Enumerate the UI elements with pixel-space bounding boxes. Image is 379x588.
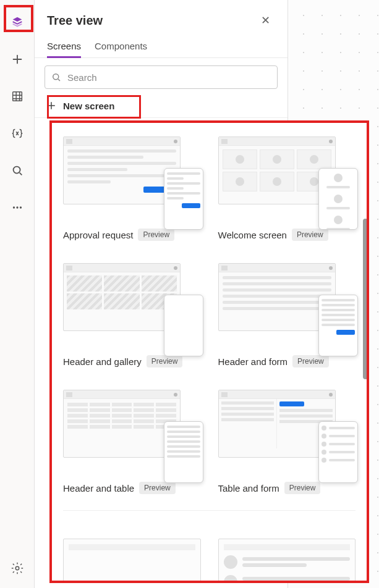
panel-title: Tree view — [47, 14, 103, 28]
template-thumbnail-mobile — [164, 168, 203, 230]
more-icon[interactable] — [6, 196, 28, 219]
new-screen-label: New screen — [63, 101, 114, 111]
template-label: Header and gallery — [63, 356, 142, 367]
template-card-header-table[interactable]: Header and table Preview — [63, 390, 201, 494]
template-card-approval-request[interactable]: Approval request Preview — [63, 136, 201, 241]
svg-point-3 — [16, 206, 18, 208]
preview-badge: Preview — [292, 229, 328, 241]
panel-tabs: Screens Components — [35, 36, 287, 58]
screen-template-gallery: Approval request Preview — [49, 120, 369, 583]
tree-view-icon[interactable] — [6, 11, 28, 33]
template-card-welcome-screen[interactable]: Welcome screen Preview — [218, 136, 356, 241]
preview-badge: Preview — [284, 482, 321, 494]
divider — [63, 510, 356, 511]
svg-point-4 — [19, 206, 21, 208]
preview-badge: Preview — [147, 355, 183, 368]
variables-icon[interactable] — [6, 122, 28, 145]
close-icon[interactable]: ✕ — [256, 11, 275, 30]
search-icon[interactable] — [6, 159, 28, 182]
preview-badge: Preview — [292, 355, 329, 368]
template-thumbnail-mobile — [318, 295, 358, 356]
template-thumbnail — [63, 390, 181, 458]
template-thumbnail-mobile — [164, 295, 203, 356]
template-thumbnail — [218, 136, 336, 204]
template-thumbnail — [63, 136, 181, 204]
template-label: Table and form — [218, 483, 279, 494]
template-thumbnail — [218, 263, 336, 331]
template-card-header-gallery[interactable]: Header and gallery Preview — [63, 263, 201, 368]
template-label: Approval request — [63, 230, 133, 240]
svg-point-6 — [53, 74, 59, 80]
template-card-header-form[interactable]: Header and form Preview — [218, 263, 356, 368]
template-card-table-form[interactable]: Table and form Preview — [218, 390, 356, 494]
search-input[interactable] — [45, 65, 278, 89]
tab-screens[interactable]: Screens — [47, 36, 81, 57]
template-card-partial[interactable] — [63, 539, 201, 583]
template-thumbnail-mobile — [318, 168, 358, 230]
template-label: Header and form — [218, 356, 288, 367]
template-thumbnail — [218, 390, 336, 458]
insert-icon[interactable] — [6, 48, 28, 70]
scrollbar[interactable] — [363, 219, 368, 379]
template-thumbnail-mobile — [318, 421, 358, 483]
template-label: Header and table — [63, 483, 134, 494]
preview-badge: Preview — [138, 229, 174, 241]
left-nav-rail — [0, 0, 35, 588]
search-input-icon — [51, 72, 62, 83]
new-screen-button[interactable]: New screen — [35, 94, 287, 118]
svg-point-5 — [15, 566, 19, 570]
template-card-partial[interactable] — [218, 539, 356, 583]
template-thumbnail-mobile — [164, 421, 203, 483]
template-thumbnail — [63, 539, 201, 583]
settings-icon[interactable] — [6, 557, 28, 579]
plus-icon — [46, 100, 57, 111]
data-icon[interactable] — [6, 85, 28, 107]
template-thumbnail — [63, 263, 181, 331]
preview-badge: Preview — [139, 482, 176, 494]
svg-rect-0 — [12, 92, 22, 101]
template-thumbnail — [218, 539, 356, 583]
template-label: Welcome screen — [218, 230, 287, 240]
svg-point-2 — [12, 206, 14, 208]
tab-components[interactable]: Components — [95, 36, 147, 57]
svg-point-1 — [13, 167, 20, 174]
